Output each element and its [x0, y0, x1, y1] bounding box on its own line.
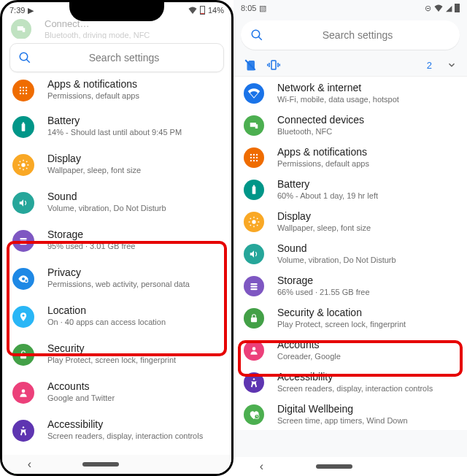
settings-item-sound[interactable]: SoundVolume, vibration, Do Not Disturb [234, 237, 467, 269]
svg-rect-56 [253, 185, 255, 187]
settings-item-security[interactable]: SecurityPlay Protect, screen lock, finge… [2, 335, 231, 373]
settings-item-sound[interactable]: SoundVolume, vibration, Do Not Disturb [2, 183, 231, 221]
item-title: Privacy [47, 266, 190, 278]
svg-rect-31 [20, 354, 26, 358]
settings-item-storage[interactable]: Storage95% used · 3.01 GB free [2, 221, 231, 259]
svg-rect-25 [20, 240, 26, 242]
settings-item-accessibility[interactable]: AccessibilityScreen readers, display, in… [234, 366, 467, 398]
settings-item-network-internet[interactable]: Network & internetWi-Fi, mobile, data us… [234, 77, 467, 109]
svg-rect-55 [252, 186, 256, 194]
display-icon [244, 212, 264, 232]
chevron-down-icon[interactable] [447, 60, 457, 70]
phone-left: 7:39 ▶ 14% Connect… Bluetooth, driving m… [0, 0, 234, 476]
settings-item-battery[interactable]: Battery60% - About 1 day, 19 hr left [234, 173, 467, 205]
battery-icon [455, 4, 460, 12]
privacy-icon [12, 268, 34, 290]
settings-item-apps[interactable]: Apps & notifications Permissions, defaul… [2, 77, 231, 107]
sim-off-icon[interactable] [244, 58, 257, 72]
search-placeholder: Search settings [264, 29, 451, 41]
item-title: Accessibility [47, 418, 203, 430]
suggestion-chips: 2 [234, 54, 467, 77]
settings-item-connected-devices[interactable]: Connected devicesBluetooth, NFC [234, 109, 467, 141]
svg-point-4 [20, 87, 21, 88]
accounts-icon [244, 340, 264, 361]
partial-item-connected[interactable]: Connect… Bluetooth, driving mode, NFC [2, 18, 231, 39]
item-title: Accessibility [277, 371, 433, 383]
settings-item-privacy[interactable]: PrivacyPermissions, web activity, person… [2, 259, 231, 297]
status-bar: 8:05 ▧ ⊝ ◢ [234, 0, 467, 16]
svg-rect-39 [271, 61, 276, 69]
item-subtitle: Permissions, default apps [277, 159, 369, 168]
home-pill[interactable] [316, 464, 352, 469]
svg-point-11 [23, 93, 24, 94]
svg-point-33 [23, 426, 24, 428]
back-button[interactable]: ‹ [260, 460, 263, 473]
settings-item-accessibility[interactable]: AccessibilityScreen readers, display, in… [2, 411, 231, 449]
svg-line-23 [26, 161, 27, 162]
svg-point-5 [23, 87, 24, 88]
storage-icon [244, 276, 264, 296]
back-button[interactable]: ‹ [28, 458, 31, 471]
item-subtitle: 60% - About 1 day, 19 hr left [277, 191, 378, 200]
svg-point-47 [253, 154, 255, 156]
settings-item-apps-notifications[interactable]: Apps & notificationsPermissions, default… [234, 141, 467, 173]
settings-item-security-location[interactable]: Security & locationPlay Protect, screen … [234, 302, 467, 334]
svg-rect-66 [250, 283, 257, 285]
battery-icon [200, 6, 205, 15]
wifi-icon [434, 4, 443, 12]
svg-point-6 [26, 87, 27, 88]
signal-icon: ◢ [446, 4, 452, 13]
settings-item-storage[interactable]: Storage66% used · 21.55 GB free [234, 269, 467, 302]
settings-item-display[interactable]: DisplayWallpaper, sleep, font size [2, 145, 231, 183]
svg-point-49 [250, 157, 252, 158]
home-pill[interactable] [82, 462, 119, 467]
svg-rect-45 [255, 124, 258, 128]
item-subtitle: Bluetooth, NFC [277, 127, 364, 136]
settings-item-display[interactable]: DisplayWallpaper, sleep, font size [234, 205, 467, 237]
item-subtitle: Wallpaper, sleep, font size [47, 166, 141, 174]
security-location-icon [244, 308, 264, 329]
svg-point-52 [250, 160, 252, 161]
item-title: Security [47, 342, 176, 354]
search-bar[interactable]: Search settings [9, 43, 224, 72]
settings-item-battery[interactable]: Battery14% - Should last until about 9:4… [2, 107, 231, 145]
settings-item-accounts[interactable]: AccountsCoreader, Google [234, 334, 467, 366]
phone-right: 8:05 ▧ ⊝ ◢ Search settings 2 Network & i… [234, 0, 467, 476]
vibrate-icon[interactable] [267, 58, 280, 72]
item-title: Digital Wellbeing [277, 403, 408, 415]
search-placeholder: Search settings [32, 52, 216, 64]
search-icon [18, 50, 32, 65]
svg-rect-69 [251, 318, 257, 322]
item-title: Location [47, 304, 166, 316]
svg-line-64 [250, 225, 251, 226]
item-title: Apps & notifications [277, 146, 369, 158]
settings-item-digital-wellbeing[interactable]: Digital WellbeingScreen time, app timers… [234, 398, 467, 430]
settings-item-location[interactable]: LocationOn · 40 apps can access location [2, 297, 231, 335]
search-icon [250, 28, 264, 42]
svg-line-20 [20, 161, 20, 162]
svg-point-48 [256, 154, 258, 156]
item-subtitle: Volume, vibration, Do Not Disturb [277, 256, 396, 264]
item-title: Accounts [47, 380, 115, 392]
item-subtitle: 66% used · 21.55 GB free [277, 288, 370, 296]
item-title: Storage [277, 275, 370, 286]
search-bar[interactable]: Search settings [241, 20, 460, 50]
svg-point-53 [253, 160, 255, 161]
chip-count: 2 [427, 60, 432, 71]
item-subtitle: Screen readers, display, interaction con… [277, 384, 433, 393]
screenshot-icon: ▧ [259, 4, 266, 13]
accessibility-icon [244, 372, 264, 393]
svg-rect-0 [18, 26, 23, 31]
item-subtitle: Wallpaper, sleep, font size [277, 223, 371, 232]
wifi-icon [188, 7, 197, 14]
item-title: Display [277, 210, 371, 222]
item-subtitle: Permissions, web activity, personal data [47, 280, 190, 288]
settings-item-accounts[interactable]: AccountsGoogle and Twitter [2, 373, 231, 411]
item-subtitle: Play Protect, screen lock, fingerprint [47, 356, 176, 364]
item-subtitle: Screen time, app timers, Wind Down [277, 416, 408, 425]
svg-point-36 [252, 30, 260, 38]
svg-line-37 [258, 37, 262, 40]
item-subtitle: Coreader, Google [277, 352, 341, 361]
item-subtitle: 14% - Should last until about 9:45 PM [47, 128, 182, 137]
svg-rect-29 [26, 280, 28, 282]
